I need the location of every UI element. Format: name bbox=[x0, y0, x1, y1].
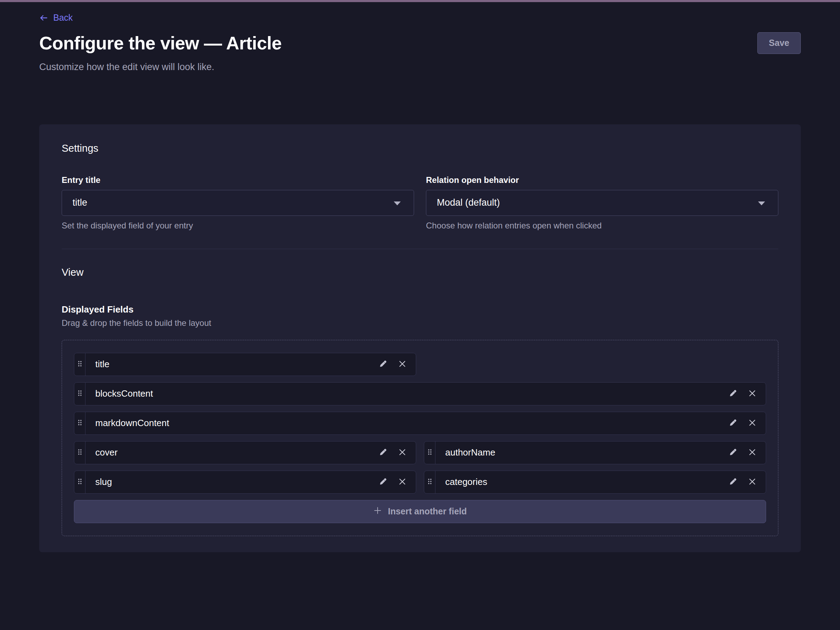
page-header: Configure the view — Article Save bbox=[39, 32, 801, 54]
settings-card: Settings Entry title title Set the displ… bbox=[39, 125, 801, 552]
back-label: Back bbox=[53, 13, 73, 23]
configure-view-page: Back Configure the view — Article Save C… bbox=[0, 2, 840, 552]
fields-grid: title bbox=[74, 353, 766, 523]
relation-behavior-select[interactable]: Modal (default) bbox=[426, 190, 778, 216]
drag-grip-icon bbox=[78, 360, 82, 368]
field-actions bbox=[729, 418, 766, 428]
field-actions bbox=[729, 448, 766, 458]
displayed-fields-subtitle: Drag & drop the fields to build the layo… bbox=[62, 318, 778, 328]
drag-handle[interactable] bbox=[74, 383, 85, 405]
remove-field-button[interactable] bbox=[748, 418, 756, 428]
drag-grip-icon bbox=[428, 478, 432, 486]
field-actions bbox=[379, 477, 416, 487]
pencil-icon bbox=[729, 448, 737, 458]
drag-grip-icon bbox=[78, 478, 82, 486]
chevron-down-icon bbox=[758, 197, 766, 208]
field-card-categories[interactable]: categories bbox=[424, 471, 766, 494]
field-actions bbox=[729, 389, 766, 399]
chevron-down-icon bbox=[393, 197, 401, 208]
plus-icon bbox=[373, 506, 382, 517]
field-name: authorName bbox=[445, 447, 729, 458]
pencil-icon bbox=[729, 418, 737, 428]
field-card-authorName[interactable]: authorName bbox=[424, 441, 766, 464]
save-button[interactable]: Save bbox=[757, 32, 801, 54]
pencil-icon bbox=[379, 477, 387, 487]
entry-title-value: title bbox=[73, 197, 87, 208]
drag-grip-icon bbox=[78, 449, 82, 456]
pencil-icon bbox=[729, 389, 737, 399]
pencil-icon bbox=[729, 477, 737, 487]
pencil-icon bbox=[379, 448, 387, 458]
cross-icon bbox=[398, 448, 407, 458]
cross-icon bbox=[748, 389, 756, 399]
field-name: cover bbox=[95, 447, 379, 458]
remove-field-button[interactable] bbox=[398, 477, 407, 487]
settings-form: Entry title title Set the displayed fiel… bbox=[62, 175, 778, 231]
entry-title-label: Entry title bbox=[62, 175, 414, 185]
remove-field-button[interactable] bbox=[748, 389, 756, 399]
drag-handle[interactable] bbox=[74, 442, 85, 464]
field-actions bbox=[379, 448, 416, 458]
edit-field-button[interactable] bbox=[729, 477, 737, 487]
field-name: markdownContent bbox=[95, 418, 729, 428]
drag-handle[interactable] bbox=[424, 471, 436, 493]
edit-field-button[interactable] bbox=[729, 448, 737, 458]
field-card-slug[interactable]: slug bbox=[74, 471, 416, 494]
field-name: categories bbox=[445, 477, 729, 487]
edit-field-button[interactable] bbox=[379, 360, 387, 369]
edit-field-button[interactable] bbox=[379, 448, 387, 458]
entry-title-select[interactable]: title bbox=[62, 190, 414, 216]
entry-title-hint: Set the displayed field of your entry bbox=[62, 221, 414, 231]
insert-field-label: Insert another field bbox=[388, 506, 467, 516]
drag-grip-icon bbox=[428, 449, 432, 456]
field-actions bbox=[729, 477, 766, 487]
remove-field-button[interactable] bbox=[748, 448, 756, 458]
field-card-title[interactable]: title bbox=[74, 353, 416, 376]
edit-field-button[interactable] bbox=[729, 418, 737, 428]
back-link[interactable]: Back bbox=[39, 13, 73, 23]
drag-grip-icon bbox=[78, 419, 82, 427]
cross-icon bbox=[748, 448, 756, 458]
remove-field-button[interactable] bbox=[398, 360, 407, 369]
drag-handle[interactable] bbox=[74, 353, 85, 376]
settings-heading: Settings bbox=[62, 143, 778, 154]
entry-title-group: Entry title title Set the displayed fiel… bbox=[62, 175, 414, 231]
cross-icon bbox=[398, 360, 407, 369]
drag-handle[interactable] bbox=[74, 412, 85, 434]
insert-field-button[interactable]: Insert another field bbox=[74, 500, 766, 523]
relation-behavior-hint: Choose how relation entries open when cl… bbox=[426, 221, 778, 231]
drag-grip-icon bbox=[78, 390, 82, 398]
field-card-cover[interactable]: cover bbox=[74, 441, 416, 464]
section-divider bbox=[62, 249, 778, 249]
cross-icon bbox=[398, 477, 407, 487]
page-title: Configure the view — Article bbox=[39, 33, 282, 54]
view-heading: View bbox=[62, 267, 778, 278]
field-name: blocksContent bbox=[95, 388, 729, 399]
pencil-icon bbox=[379, 360, 387, 369]
displayed-fields-title: Displayed Fields bbox=[62, 304, 778, 315]
relation-behavior-value: Modal (default) bbox=[437, 197, 500, 208]
field-card-markdownContent[interactable]: markdownContent bbox=[74, 412, 766, 435]
field-actions bbox=[379, 360, 416, 369]
arrow-left-icon bbox=[39, 13, 48, 22]
drag-handle[interactable] bbox=[74, 471, 85, 493]
cross-icon bbox=[748, 418, 756, 428]
drag-handle[interactable] bbox=[424, 442, 436, 464]
remove-field-button[interactable] bbox=[748, 477, 756, 487]
remove-field-button[interactable] bbox=[398, 448, 407, 458]
field-card-blocksContent[interactable]: blocksContent bbox=[74, 382, 766, 406]
edit-field-button[interactable] bbox=[379, 477, 387, 487]
relation-behavior-group: Relation open behavior Modal (default) C… bbox=[426, 175, 778, 231]
relation-behavior-label: Relation open behavior bbox=[426, 175, 778, 185]
field-name: slug bbox=[95, 477, 379, 487]
edit-field-button[interactable] bbox=[729, 389, 737, 399]
page-subtitle: Customize how the edit view will look li… bbox=[39, 62, 801, 73]
field-name: title bbox=[95, 359, 379, 369]
fields-drop-zone: title bbox=[62, 340, 778, 536]
cross-icon bbox=[748, 477, 756, 487]
